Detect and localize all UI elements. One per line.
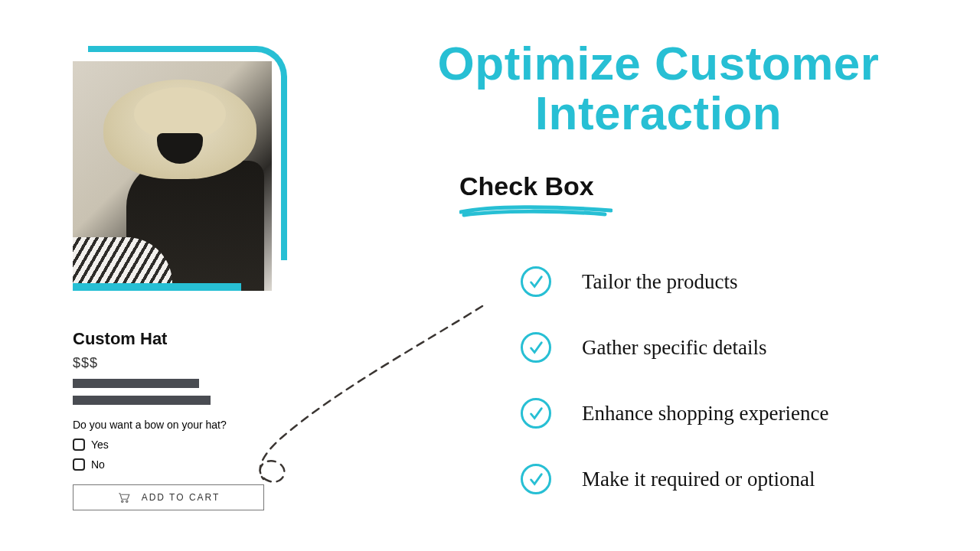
check-circle-icon bbox=[521, 332, 551, 363]
product-title: Custom Hat bbox=[73, 329, 302, 349]
checkbox-icon bbox=[73, 439, 85, 451]
checkbox-label: Yes bbox=[91, 439, 109, 451]
product-card: Custom Hat $$$ Do you want a bow on your… bbox=[73, 46, 302, 510]
checkbox-label: No bbox=[91, 458, 105, 471]
checkbox-icon bbox=[73, 458, 85, 471]
product-image bbox=[73, 61, 272, 291]
feature-item: Gather specific details bbox=[521, 332, 828, 363]
feature-text: Gather specific details bbox=[582, 336, 766, 360]
product-option-question: Do you want a bow on your hat? bbox=[73, 419, 302, 431]
svg-point-0 bbox=[121, 500, 122, 502]
subtitle: Check Box bbox=[459, 171, 612, 201]
subtitle-group: Check Box bbox=[459, 171, 612, 221]
feature-item: Enhance shopping experience bbox=[521, 398, 828, 429]
feature-item: Tailor the products bbox=[521, 266, 828, 297]
headline: Optimize Customer Interaction bbox=[360, 38, 957, 138]
underline-scribble-icon bbox=[459, 203, 612, 218]
feature-item: Make it required or optional bbox=[521, 464, 828, 494]
checkbox-option-no[interactable]: No bbox=[73, 458, 302, 471]
feature-text: Make it required or optional bbox=[582, 468, 815, 491]
svg-point-1 bbox=[126, 500, 127, 502]
placeholder-line bbox=[73, 396, 211, 405]
check-circle-icon bbox=[521, 398, 551, 429]
placeholder-line bbox=[73, 379, 199, 388]
feature-list: Tailor the products Gather specific deta… bbox=[521, 266, 828, 494]
add-to-cart-label: ADD TO CART bbox=[142, 492, 220, 503]
checkbox-option-yes[interactable]: Yes bbox=[73, 439, 302, 451]
check-circle-icon bbox=[521, 464, 551, 494]
add-to-cart-button[interactable]: ADD TO CART bbox=[73, 484, 264, 510]
product-price: $$$ bbox=[73, 355, 302, 371]
frame-accent-bar bbox=[73, 283, 241, 291]
feature-text: Tailor the products bbox=[582, 270, 738, 294]
product-image-frame bbox=[73, 46, 287, 298]
check-circle-icon bbox=[521, 266, 551, 297]
cart-icon bbox=[117, 491, 131, 504]
feature-text: Enhance shopping experience bbox=[582, 402, 828, 425]
